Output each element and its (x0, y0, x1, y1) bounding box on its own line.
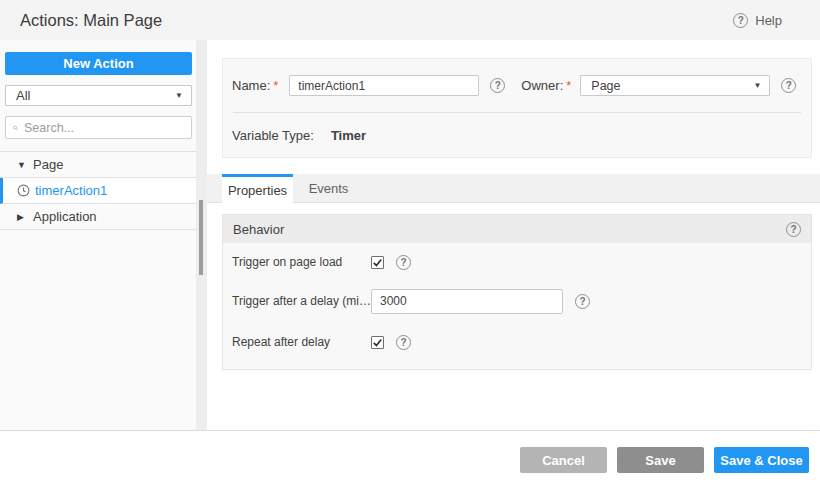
trigger-on-page-load-checkbox[interactable] (371, 256, 384, 269)
behavior-section: Behavior ? Trigger on page load ? Trigge… (222, 214, 812, 370)
owner-label: Owner: (521, 78, 563, 93)
name-label: Name: (232, 78, 270, 93)
delay-help-icon[interactable]: ? (575, 294, 590, 309)
action-summary-panel: Name: * ? Owner: * Page ▼ ? Variable Typ… (222, 58, 812, 158)
variable-type-label: Variable Type: (232, 128, 314, 143)
actions-dialog: Actions: Main Page ? Help New Action All… (0, 0, 820, 489)
help-icon[interactable]: ? (733, 13, 748, 28)
owner-dropdown[interactable]: Page ▼ (580, 75, 770, 96)
editor-tabs: Properties Events (207, 174, 820, 203)
field-label: Trigger after a delay (millisec... (232, 294, 371, 308)
required-marker: * (566, 78, 571, 93)
search-box[interactable] (5, 116, 192, 139)
tree-item-label: Application (33, 209, 97, 224)
variable-type-value: Timer (331, 128, 366, 143)
tree-item-page[interactable]: ▼ Page (0, 152, 196, 178)
repeat-after-delay-checkbox[interactable] (371, 336, 384, 349)
header-help-button[interactable]: ? Help (733, 13, 782, 28)
behavior-row-delay: Trigger after a delay (millisec... ? (223, 279, 811, 323)
page-title: Actions: Main Page (20, 11, 162, 30)
checkmark-icon (372, 257, 383, 268)
owner-help-icon[interactable]: ? (781, 78, 796, 93)
filter-dropdown[interactable]: All ▼ (5, 85, 192, 106)
chevron-down-icon: ▼ (753, 81, 761, 90)
new-action-button[interactable]: New Action (5, 52, 192, 75)
sidebar-scrollbar-thumb[interactable] (199, 200, 203, 275)
cancel-button[interactable]: Cancel (520, 447, 607, 473)
required-marker: * (273, 78, 278, 93)
tree-item-label: Page (33, 157, 63, 172)
caret-down-icon[interactable]: ▼ (17, 160, 28, 170)
filter-dropdown-value: All (16, 88, 30, 103)
search-input[interactable] (24, 121, 185, 135)
name-input[interactable] (289, 75, 479, 96)
caret-right-icon[interactable]: ▶ (17, 212, 28, 222)
behavior-help-icon[interactable]: ? (786, 222, 801, 237)
tab-properties[interactable]: Properties (222, 174, 293, 203)
field-label: Trigger on page load (232, 255, 371, 269)
behavior-row-trigger-on-load: Trigger on page load ? (223, 245, 811, 279)
owner-dropdown-value: Page (591, 79, 620, 93)
trigger-on-page-load-help-icon[interactable]: ? (396, 255, 411, 270)
behavior-row-repeat: Repeat after delay ? (223, 323, 811, 361)
tree-item-label: timerAction1 (35, 183, 107, 198)
tree-item-timeraction1[interactable]: timerAction1 (0, 178, 196, 204)
behavior-section-title: Behavior (233, 222, 284, 237)
name-help-icon[interactable]: ? (490, 78, 505, 93)
dialog-footer: Cancel Save Save & Close (0, 430, 820, 489)
delay-milliseconds-input[interactable] (371, 289, 563, 314)
actions-sidebar: New Action All ▼ ▼ Page (0, 40, 207, 430)
save-button[interactable]: Save (617, 447, 704, 473)
tree-item-application[interactable]: ▶ Application (0, 204, 196, 230)
chevron-down-icon: ▼ (175, 91, 183, 100)
dialog-header: Actions: Main Page ? Help (0, 0, 820, 40)
clock-icon (17, 184, 30, 197)
field-label: Repeat after delay (232, 335, 371, 349)
repeat-after-delay-help-icon[interactable]: ? (396, 335, 411, 350)
help-label[interactable]: Help (755, 13, 782, 28)
tab-events[interactable]: Events (293, 174, 364, 202)
save-and-close-button[interactable]: Save & Close (714, 447, 809, 473)
checkmark-icon (372, 337, 383, 348)
action-editor: Name: * ? Owner: * Page ▼ ? Variable Typ… (207, 40, 820, 430)
search-icon (13, 122, 18, 134)
actions-tree: ▼ Page timerAction1 ▶ Application (0, 151, 196, 230)
sidebar-scrollbar-track[interactable] (196, 40, 207, 430)
